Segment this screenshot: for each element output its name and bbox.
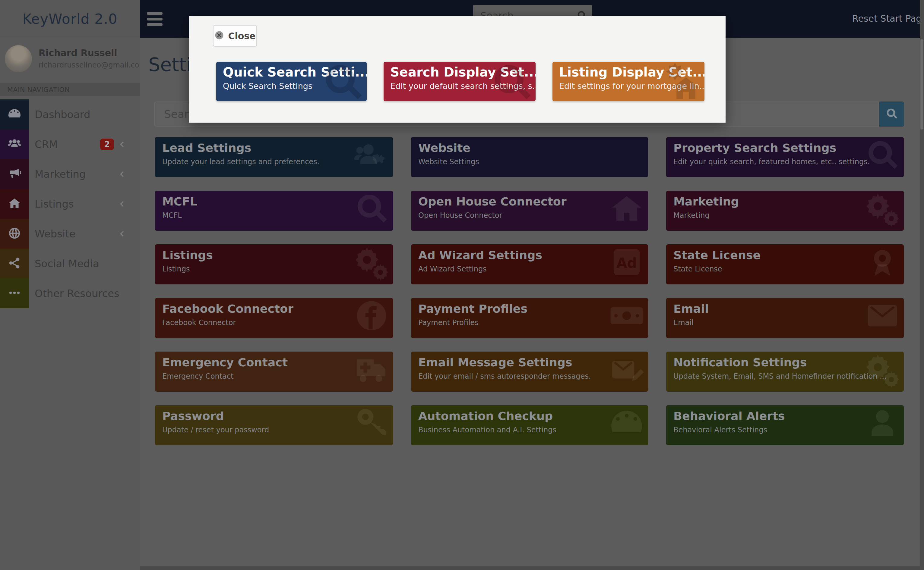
settings-card[interactable]: Lead Settings Update your lead settings … — [155, 137, 393, 177]
sidebar-item[interactable]: Dashboard — [0, 100, 140, 129]
card-watermark-icon — [608, 352, 645, 388]
card-watermark-icon — [608, 191, 645, 227]
modal-settings-card[interactable]: Search Display Set... Edit your default … — [384, 62, 536, 101]
sidebar-item-icon — [0, 248, 29, 278]
card-watermark-icon — [864, 244, 901, 280]
chevron-left-icon — [117, 170, 126, 179]
card-watermark-icon — [608, 137, 645, 173]
sidebar-item-label: Social Media — [35, 257, 99, 270]
chevron-left-icon — [117, 229, 126, 238]
settings-card[interactable]: MCFL MCFL — [155, 191, 393, 231]
user-name: Richard Russell — [38, 48, 117, 58]
close-button[interactable]: Close — [213, 25, 257, 47]
settings-card[interactable]: Emergency Contact Emergency Contact — [155, 352, 393, 392]
svg-text:Ad: Ad — [617, 255, 637, 271]
card-watermark-icon — [353, 137, 390, 173]
search-button[interactable] — [879, 101, 904, 127]
sidebar-item-icon — [0, 219, 29, 248]
settings-card[interactable]: Behavioral Alerts Behavioral Alerts Sett… — [666, 405, 904, 445]
chevron-left-icon — [117, 199, 126, 208]
horizontal-scrollbar[interactable] — [140, 566, 920, 570]
card-watermark-icon — [353, 244, 390, 280]
card-watermark-icon — [864, 405, 901, 441]
user-email: richardrussellneo@gmail.com — [38, 61, 139, 69]
sidebar-item-label: Marketing — [35, 168, 86, 180]
sidebar-item-icon — [0, 129, 29, 159]
card-watermark-icon — [864, 191, 901, 227]
sidebar-item[interactable]: Website — [0, 219, 140, 248]
sidebar-item-label: CRM — [35, 138, 58, 150]
sidebar-menu: Dashboard CRM 2 Marketing Listings Websi… — [0, 100, 140, 308]
vertical-scrollbar[interactable] — [920, 0, 924, 570]
brand-logo: KeyWorld 2.0 — [0, 0, 140, 38]
card-watermark-icon — [658, 62, 703, 101]
card-watermark-icon — [353, 352, 390, 388]
sidebar-item[interactable]: Other Resources — [0, 278, 140, 308]
sidebar: KeyWorld 2.0 Richard Russell richardruss… — [0, 0, 140, 570]
settings-card[interactable]: Open House Connector Open House Connecto… — [411, 191, 648, 231]
sidebar-item-label: Other Resources — [35, 287, 120, 299]
settings-card[interactable]: State License State License — [666, 244, 904, 284]
card-watermark-icon — [353, 405, 390, 441]
card-watermark-icon — [353, 191, 390, 227]
sidebar-item-label: Dashboard — [35, 109, 90, 121]
sidebar-item-icon — [0, 278, 29, 308]
settings-card[interactable]: Website Website Settings — [411, 137, 648, 177]
close-label: Close — [228, 31, 255, 41]
settings-card[interactable]: Password Update / reset your password — [155, 405, 393, 445]
app-root: KeyWorld 2.0 Richard Russell richardruss… — [0, 0, 924, 570]
sidebar-item-icon — [0, 189, 29, 219]
settings-card[interactable]: Payment Profiles Payment Profiles — [411, 298, 648, 338]
card-watermark-icon — [608, 298, 645, 334]
settings-card[interactable]: Marketing Marketing — [666, 191, 904, 231]
card-watermark-icon — [864, 352, 901, 388]
settings-card[interactable]: Property Search Settings Edit your quick… — [666, 137, 904, 177]
settings-modal: Close Quick Search Setti... Quick Search… — [189, 16, 726, 123]
settings-card[interactable]: Listings Listings — [155, 244, 393, 284]
sidebar-section-label: MAIN NAVIGATION — [0, 83, 140, 96]
card-watermark-icon — [353, 298, 390, 334]
modal-cards: Quick Search Setti... Quick Search Setti… — [216, 62, 704, 101]
settings-card[interactable]: Email Email — [666, 298, 904, 338]
sidebar-item[interactable]: CRM 2 — [0, 129, 140, 159]
settings-card[interactable]: Ad Wizard Settings Ad Wizard Settings Ad — [411, 244, 648, 284]
sidebar-item[interactable]: Marketing — [0, 159, 140, 189]
notification-badge: 2 — [100, 139, 114, 150]
sidebar-item-label: Listings — [35, 198, 74, 210]
settings-card[interactable]: Facebook Connector Facebook Connector — [155, 298, 393, 338]
sidebar-item-icon — [0, 159, 29, 189]
settings-grid: Lead Settings Update your lead settings … — [155, 137, 904, 445]
avatar — [5, 45, 32, 72]
card-watermark-icon — [608, 405, 645, 441]
chevron-left-icon — [117, 140, 126, 149]
sidebar-item-label: Website — [35, 228, 76, 240]
settings-card[interactable]: Automation Checkup Business Automation a… — [411, 405, 648, 445]
card-watermark-icon — [489, 62, 534, 101]
sidebar-item[interactable]: Listings — [0, 189, 140, 219]
card-watermark-icon: Ad — [608, 244, 645, 280]
menu-icon[interactable] — [147, 12, 163, 26]
settings-card[interactable]: Email Message Settings Edit your email /… — [411, 352, 648, 392]
card-watermark-icon — [864, 137, 901, 173]
sidebar-item[interactable]: Social Media — [0, 248, 140, 278]
card-watermark-icon — [864, 298, 901, 334]
search-icon — [885, 107, 898, 121]
close-icon — [214, 30, 224, 41]
sidebar-item-icon — [0, 100, 29, 129]
modal-settings-card[interactable]: Quick Search Setti... Quick Search Setti… — [216, 62, 367, 101]
settings-card[interactable]: Notification Settings Update System, Ema… — [666, 352, 904, 392]
modal-settings-card[interactable]: Listing Display Set... Edit settings for… — [552, 62, 704, 101]
card-watermark-icon — [320, 62, 366, 101]
reset-start-page-link[interactable]: Reset Start Page — [852, 13, 924, 24]
